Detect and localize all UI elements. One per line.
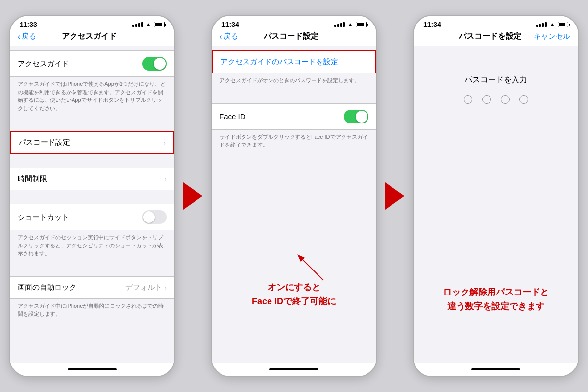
passcode-dots [464, 95, 528, 104]
phone2: 11:34 ▲ [211, 15, 377, 377]
status-icons-3: ▲ [536, 21, 568, 28]
autolock-row[interactable]: 画面の自動ロック デフォルト › [10, 276, 174, 299]
phone2-wrapper: 11:34 ▲ [211, 15, 377, 377]
access-guide-desc: アクセスガイドではiPhoneで使えるAppが1つだけになり、どの機能を利用でき… [10, 77, 174, 117]
status-bar-3: 11:34 ▲ [414, 16, 578, 30]
time-limit-row[interactable]: 時間制限 › [10, 168, 174, 190]
home-bar-3 [414, 363, 578, 376]
dot-3 [501, 95, 510, 104]
autolock-desc: アクセスガイド中にiPhoneが自動的にロックされるまでの時間を設定します。 [10, 299, 174, 323]
time-1: 11:33 [20, 21, 37, 28]
section-set-passcode: アクセスガイドのパスコードを設定 [212, 50, 376, 74]
nav-bar-3: パスコードを設定 キャンセル [414, 30, 578, 46]
section-face-id: Face ID [212, 103, 376, 130]
cancel-button[interactable]: キャンセル [534, 32, 570, 41]
passcode-entry-label: パスコードを入力 [465, 75, 527, 85]
access-guide-row[interactable]: アクセスガイド [10, 50, 174, 77]
set-passcode-desc: アクセスガイドがオンのときのパスワードを設定します。 [212, 74, 376, 90]
status-icons-2: ▲ [334, 21, 367, 28]
dot-1 [464, 95, 472, 104]
face-id-toggle[interactable] [344, 110, 368, 123]
home-bar-2 [212, 363, 376, 376]
arrow2 [380, 182, 410, 210]
shortcut-toggle[interactable] [142, 210, 167, 224]
section-access-guide: アクセスガイド [10, 50, 174, 77]
autolock-chevron: › [164, 284, 167, 292]
dot-2 [482, 95, 491, 104]
back-button-1[interactable]: ‹ 戻る [18, 32, 36, 41]
phone3: 11:34 ▲ [413, 15, 579, 377]
passcode-row[interactable]: パスコード設定 › [10, 131, 174, 154]
signal-icon-3 [536, 22, 547, 27]
set-passcode-row[interactable]: アクセスガイドのパスコードを設定 [212, 50, 376, 74]
shortcut-row[interactable]: ショートカット [10, 204, 174, 230]
content-2[interactable]: アクセスガイドのパスコードを設定 アクセスガイドがオンのときのパスワードを設定し… [212, 46, 376, 363]
home-bar-1 [10, 363, 174, 376]
wifi-icon-3: ▲ [549, 21, 555, 28]
phones-row: 11:33 ▲ [9, 15, 579, 377]
time-limit-chevron: › [164, 175, 167, 183]
back-button-2[interactable]: ‹ 戻る [220, 32, 238, 41]
dot-4 [519, 95, 528, 104]
status-bar-2: 11:34 ▲ [212, 16, 376, 30]
time-2: 11:34 [221, 21, 239, 28]
autolock-label: 画面の自動ロック [18, 283, 76, 292]
wifi-icon-1: ▲ [146, 21, 151, 28]
set-passcode-label: アクセスガイドのパスコードを設定 [220, 57, 338, 67]
access-guide-label: アクセスガイド [18, 59, 69, 69]
arrow-right-1 [183, 182, 203, 210]
main-container: 11:33 ▲ [0, 0, 588, 392]
time-limit-label: 時間制限 [18, 174, 47, 184]
shortcut-desc: アクセスガイドのセッション実行中にサイドボタンをトリプルクリックすると、アクセシ… [10, 230, 174, 263]
phone1-wrapper: 11:33 ▲ [9, 15, 175, 377]
battery-icon-2 [356, 22, 367, 27]
section-passcode: パスコード設定 › [10, 131, 174, 154]
section-autolock: 画面の自動ロック デフォルト › [10, 276, 174, 299]
status-icons-1: ▲ [132, 21, 165, 28]
arrow1 [178, 182, 208, 210]
phone1: 11:33 ▲ [9, 15, 175, 377]
nav-bar-1: ‹ 戻る アクセスガイド [10, 30, 174, 46]
signal-icon-1 [132, 22, 143, 27]
battery-icon-1 [154, 22, 165, 27]
nav-title-3: パスコードを設定 [459, 31, 521, 42]
nav-title-1: アクセスガイド [62, 31, 117, 42]
status-bar-1: 11:33 ▲ [10, 16, 174, 30]
signal-icon-2 [334, 22, 345, 27]
face-id-desc: サイドボタンをダブルクリックするとFace IDでアクセスガイドを終了できます。 [212, 130, 376, 154]
time-3: 11:34 [423, 21, 441, 28]
wifi-icon-2: ▲ [347, 21, 353, 28]
access-guide-toggle[interactable] [142, 57, 167, 71]
face-id-row[interactable]: Face ID [212, 103, 376, 130]
section-shortcut: ショートカット [10, 204, 174, 230]
shortcut-label: ショートカット [18, 213, 69, 222]
battery-icon-3 [558, 22, 568, 27]
face-id-label: Face ID [220, 112, 245, 121]
arrow-right-2 [385, 182, 405, 210]
autolock-value: デフォルト [125, 283, 162, 292]
section-time-limit: 時間制限 › [10, 168, 174, 190]
content-3: パスコードを入力 [414, 46, 578, 363]
passcode-chevron: › [163, 139, 166, 147]
content-1[interactable]: アクセスガイド アクセスガイドではiPhoneで使えるAppが1つだけになり、ど… [10, 46, 174, 363]
passcode-section: パスコードを入力 [414, 75, 578, 104]
phone3-wrapper: 11:34 ▲ [413, 15, 579, 377]
nav-bar-2: ‹ 戻る パスコード設定 [212, 30, 376, 46]
nav-title-2: パスコード設定 [264, 31, 318, 42]
passcode-label: パスコード設定 [19, 138, 70, 147]
